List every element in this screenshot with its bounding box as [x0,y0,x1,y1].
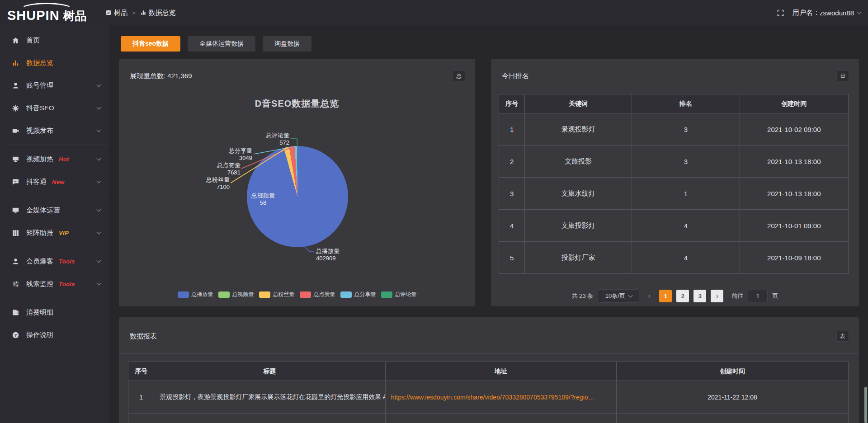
video-url-link[interactable]: https://www.iesdouyin.com/share/video/70… [391,394,594,401]
panel-divider [119,353,859,354]
col-header-keyword: 关键词 [525,94,632,113]
legend-item-videos[interactable]: 总视频量 [218,291,254,298]
video-publish-icon [12,127,19,135]
page-size-select[interactable]: 10条/页 [598,289,639,303]
tab-inquiry-data[interactable]: 询盘数据 [263,36,311,52]
sidebar-item-label: 首页 [26,36,40,45]
sidebar: 首页 数据总览 账号管理 抖音SEO 视频发布 视频加热 Hot [0,25,108,423]
app-window: SHUPIN 树品 树品 > 数据总览 用户名：zswodun88 首页 数据 [0,0,868,423]
legend-item-fans[interactable]: 总粉丝量 [259,291,295,298]
sidebar-item-lead-monitor[interactable]: 线索监控 Tools [0,273,108,295]
seo-chart-panel: 展现量总数: 421,369 总 D音SEO数据量总览 总评论量572 总分享量… [119,59,475,306]
sidebar-item-data-overview[interactable]: 数据总览 [0,52,108,74]
chart-title: D音SEO数据量总览 [119,98,475,110]
chevron-down-icon [97,105,101,109]
legend-swatch [259,291,270,298]
chevron-down-icon [97,82,101,87]
sidebar-item-label: 矩阵助推 [26,229,53,237]
table-row: 1 景观投影灯 3 2021-10-02 09:00 [499,113,849,146]
svg-text:?: ? [14,333,17,337]
table-header-row: 序号 关键词 排名 创建时间 [499,94,849,113]
sidebar-item-label: 视频加热 [26,155,53,164]
col-header-time: 创建时间 [617,362,849,381]
pie-label-likes: 总点赞量7681 [217,162,241,176]
sidebar-item-video-heat[interactable]: 视频加热 Hot [0,148,108,170]
home-icon [12,37,19,44]
data-tabs: 抖音seo数据 全媒体运营数据 询盘数据 [121,36,311,52]
sidebar-item-label: 视频发布 [26,127,53,135]
page-button-3[interactable]: 3 [693,290,706,302]
sidebar-item-douketong[interactable]: 抖客通 New [0,170,108,193]
sidebar-divider [8,298,108,298]
legend-swatch [300,291,311,298]
col-header-time: 创建时间 [740,94,848,113]
member-icon [12,258,19,265]
today-ranking-panel: 今日排名 日 序号 关键词 排名 创建时间 1 景观投影灯 [491,59,859,306]
video-title-cell: 景观投影灯，夜游景观投影灯厂家展示展示落花灯在花园里的灯光投影应用效果 # [154,381,385,414]
goto-page-input[interactable] [748,290,768,302]
total-mode-button[interactable]: 总 [453,70,465,81]
table-mode-button[interactable]: 表 [836,331,849,342]
vip-badge: VIP [59,230,69,236]
sidebar-item-help[interactable]: ? 操作说明 [0,324,108,346]
legend-swatch [178,291,189,298]
chevron-down-icon [857,9,862,14]
col-header-no: 序号 [128,362,154,381]
chat-icon [12,178,19,186]
topbar: SHUPIN 树品 树品 > 数据总览 用户名：zswodun88 [0,0,868,25]
page-button-2[interactable]: 2 [676,290,689,302]
sidebar-divider [8,196,108,196]
col-header-rank: 排名 [632,94,740,113]
daily-mode-button[interactable]: 日 [836,70,849,81]
logo-text-cn: 树品 [63,8,87,24]
app-logo: SHUPIN 树品 [7,3,111,24]
gear-icon [12,104,19,112]
fullscreen-icon[interactable] [777,9,784,17]
pagination: 共 23 条 10条/页 ‹ 1 2 3 › 前往 页 [491,289,859,303]
sidebar-item-label: 抖客通 [26,178,47,186]
tab-omnimedia-data[interactable]: 全媒体运营数据 [188,36,255,52]
sidebar-divider [8,145,108,145]
next-page-button[interactable]: › [711,290,723,302]
legend-item-likes[interactable]: 总点赞量 [300,291,335,298]
legend-item-shares[interactable]: 总分享量 [340,291,376,298]
sidebar-item-account[interactable]: 账号管理 [0,74,108,97]
chevron-down-icon [97,179,101,183]
legend-item-plays[interactable]: 总播放量 [178,291,213,298]
user-menu[interactable]: 用户名：zswodun88 [793,9,861,17]
chart-legend: 总播放量 总视频量 总粉丝量 总点赞量 总分享量 总评论量 [119,291,475,298]
pie-label-shares: 总分享量3049 [229,147,252,162]
chevron-down-icon [97,258,101,263]
report-table: 序号 标题 地址 创建时间 1 景观投影灯，夜游景观投影灯厂家展示展示落花灯在花… [128,362,849,423]
sidebar-divider [8,247,108,247]
sidebar-item-member-bloom[interactable]: 会员爆客 Tools [0,250,108,273]
sidebar-item-omnimedia[interactable]: 全媒体运营 [0,199,108,221]
page-button-1[interactable]: 1 [659,290,672,302]
breadcrumb-separator: > [127,9,140,16]
app-square-icon [105,9,112,16]
prev-page-button[interactable]: ‹ [644,290,655,302]
sidebar-item-spend-detail[interactable]: 消费明细 [0,301,108,324]
sidebar-item-label: 数据总览 [26,59,53,67]
breadcrumb: 树品 > 数据总览 [105,0,176,25]
tab-douyin-seo-data[interactable]: 抖音seo数据 [121,36,180,52]
ranking-panel-title: 今日排名 [502,72,529,80]
table-row: 3 文旅水纹灯 1 2021-10-13 18:00 [499,178,849,210]
legend-swatch [218,291,230,298]
sidebar-item-label: 线索监控 [26,280,53,288]
hot-badge: Hot [59,156,69,163]
tools-badge: Tools [59,258,75,265]
table-row: 1 景观投影灯，夜游景观投影灯厂家展示展示落花灯在花园里的灯光投影应用效果 # … [128,381,849,414]
sidebar-item-home[interactable]: 首页 [0,29,108,52]
pie-label-plays: 总播放量402909 [316,248,340,262]
legend-item-comments[interactable]: 总评论量 [381,291,417,298]
sidebar-item-douyin-seo[interactable]: 抖音SEO [0,97,108,119]
sidebar-item-video-publish[interactable]: 视频发布 [0,119,108,142]
sidebar-item-label: 抖音SEO [26,104,54,113]
scrollbar-thumb[interactable] [864,387,867,423]
breadcrumb-home[interactable]: 树品 [114,9,127,17]
ranking-table: 序号 关键词 排名 创建时间 1 景观投影灯 3 2021-10-02 09:0… [499,94,849,274]
table-row: 2 文旅投影 3 2021-10-13 18:00 [499,146,849,178]
sidebar-item-label: 消费明细 [26,308,53,317]
sidebar-item-matrix-boost[interactable]: 矩阵助推 VIP [0,221,108,244]
